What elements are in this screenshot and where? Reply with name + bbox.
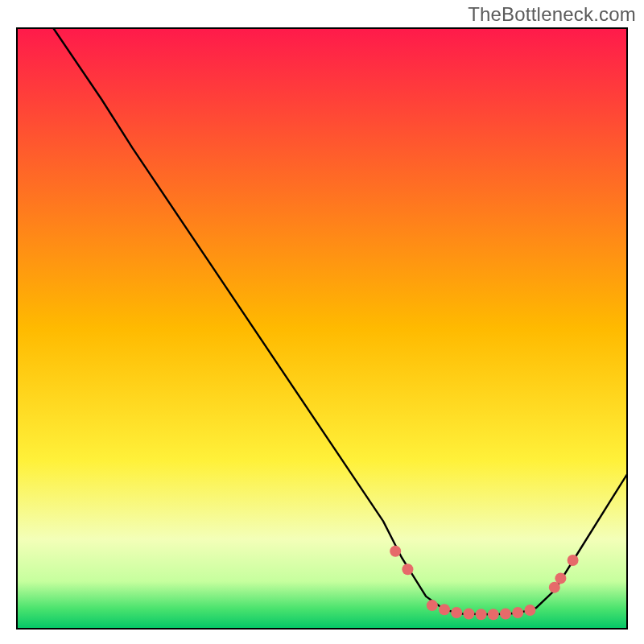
watermark-text: TheBottleneck.com [468,3,636,26]
bottleneck-chart [16,27,628,630]
chart-background-gradient [16,27,628,630]
